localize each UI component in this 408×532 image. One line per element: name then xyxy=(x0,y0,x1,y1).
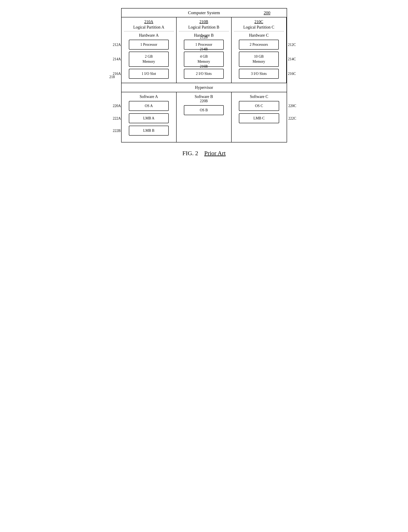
partition-c-label: Logical Partition C xyxy=(234,25,284,30)
diagram-wrapper: Computer System 200 210A Logical Partiti… xyxy=(121,8,287,142)
processor-c-wrapper: 212C 2 Processors xyxy=(234,40,284,50)
ref-214b: 214B xyxy=(200,47,208,51)
software-b-header: Software B 220B xyxy=(179,94,229,103)
ref-212a: 212A xyxy=(113,43,121,47)
hardware-c-label: Hardware C xyxy=(234,33,284,38)
io-b-box: 2 I/O Slots xyxy=(184,69,224,79)
partition-b-col: 210B Logical Partition B Hardware B 212B… xyxy=(177,17,232,83)
ref-214a: 214A xyxy=(113,57,121,61)
prior-art-label: Prior Art xyxy=(204,150,226,157)
hypervisor-row: Hypervisor xyxy=(122,83,287,92)
io-a-box: 1 I/O Slot xyxy=(129,69,169,79)
ref-218: 218 xyxy=(110,75,115,79)
software-a-col: Software A 220A OS A 222A LMB A xyxy=(122,92,177,142)
ref-212b: 212B xyxy=(200,35,208,39)
partition-c-col: 210C Logical Partition C Hardware C 212C… xyxy=(232,17,287,83)
os-a-wrapper: 220A OS A xyxy=(124,101,174,111)
software-c-col: Software C 220C OS C 222C LMB C xyxy=(232,92,287,142)
partition-c-id: 210C xyxy=(234,19,284,24)
ref-216c: 216C xyxy=(288,72,296,76)
fig-title: FIG. 2 xyxy=(182,150,198,157)
ref-222c: 222C xyxy=(288,116,296,120)
ref-212c: 212C xyxy=(288,43,296,47)
software-b-label: Software B xyxy=(195,94,213,99)
partition-b-label: Logical Partition B xyxy=(179,25,229,30)
memory-c-wrapper: 214C 10 GBMemory xyxy=(234,51,284,67)
processor-a-box: 1 Processor xyxy=(129,40,169,50)
system-ref: 200 xyxy=(264,10,271,15)
io-c-wrapper: 216C 3 I/O Slots xyxy=(234,69,284,79)
partition-a-col: 210A Logical Partition A Hardware A 212A… xyxy=(122,17,177,83)
os-c-box: OS C xyxy=(239,101,279,111)
page: Computer System 200 210A Logical Partiti… xyxy=(113,8,295,157)
ref-216b: 216B xyxy=(200,64,208,69)
software-c-label: Software C xyxy=(234,94,284,99)
partition-b-id: 210B xyxy=(179,19,229,24)
lmb-a-wrapper: 222A LMB A xyxy=(124,113,174,123)
ref-222a: 222A xyxy=(113,116,121,120)
os-a-box: OS A xyxy=(129,101,169,111)
dotted-divider-b xyxy=(179,31,229,31)
hardware-section: 210A Logical Partition A Hardware A 212A… xyxy=(122,17,287,83)
figure-label: FIG. 2 Prior Art xyxy=(182,150,226,157)
system-title: Computer System xyxy=(188,10,220,15)
io-a-wrapper: 216A 1 I/O Slot xyxy=(124,69,174,79)
ref-214c: 214C xyxy=(288,57,296,61)
memory-a-box: 2 GBMemory xyxy=(129,51,169,67)
lmb-b-box: LMB B xyxy=(129,126,169,136)
ref-220a: 220A xyxy=(113,104,121,108)
ref-222b: 222B xyxy=(113,129,121,133)
io-c-box: 3 I/O Slots xyxy=(239,69,279,79)
software-b-col: Software B 220B OS B xyxy=(177,92,232,142)
title-row: Computer System 200 xyxy=(122,9,287,17)
software-section: Software A 220A OS A 222A LMB A xyxy=(122,92,287,142)
lmb-a-box: LMB A xyxy=(129,113,169,123)
io-b-wrapper: 216B 2 I/O Slots xyxy=(179,69,229,79)
dotted-divider-c xyxy=(234,31,284,31)
outer-box: Computer System 200 210A Logical Partiti… xyxy=(121,8,287,142)
ref-220b: 220B xyxy=(200,99,208,103)
hypervisor-label: Hypervisor xyxy=(195,85,213,90)
partition-a-label: Logical Partition A xyxy=(124,25,174,30)
os-b-box: OS B xyxy=(184,105,224,115)
dotted-divider-a xyxy=(124,31,174,31)
memory-a-wrapper: 214A 2 GBMemory xyxy=(124,51,174,67)
lmb-c-wrapper: 222C LMB C xyxy=(234,113,284,123)
processor-c-box: 2 Processors xyxy=(239,40,279,50)
hardware-a-label: Hardware A xyxy=(124,33,174,38)
partition-a-id: 210A xyxy=(124,19,174,24)
lmb-c-box: LMB C xyxy=(239,113,279,123)
lmb-b-wrapper: 222B LMB B xyxy=(124,126,174,136)
memory-c-box: 10 GBMemory xyxy=(239,51,279,67)
os-b-wrapper: OS B xyxy=(179,105,229,115)
processor-a-wrapper: 212A 1 Processor xyxy=(124,40,174,50)
ref-220c: 220C xyxy=(288,104,296,108)
os-c-wrapper: 220C OS C xyxy=(234,101,284,111)
software-a-label: Software A xyxy=(124,94,174,99)
